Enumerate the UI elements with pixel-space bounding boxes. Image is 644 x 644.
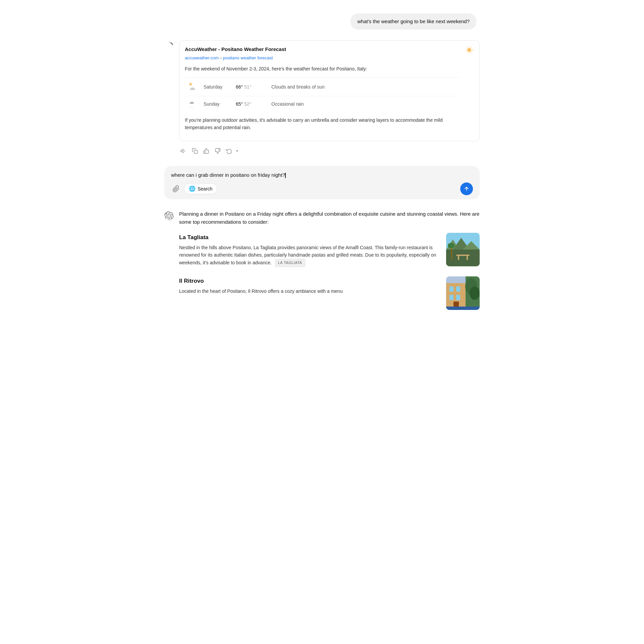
il-ritrovo-image (446, 276, 480, 310)
send-arrow-icon (464, 186, 470, 192)
dinner-intro: Planning a dinner in Positano on a Frida… (179, 210, 480, 226)
restaurant-card-la-tagliata: La Tagliata Nestled in the hills above P… (179, 233, 480, 267)
weather-intro: For the weekend of November 2-3, 2024, h… (185, 65, 461, 72)
weather-source-card: AccuWeather - Positano Weather Forecast … (179, 40, 480, 141)
assistant-dinner-message: Planning a dinner in Positano on a Frida… (161, 210, 483, 319)
action-buttons (179, 147, 480, 155)
il-ritrovo-scene (446, 276, 480, 310)
send-button[interactable] (460, 182, 473, 195)
sunday-desc: Occasional rain (271, 100, 304, 108)
sunday-weather-icon: ☁ ··· (185, 99, 198, 109)
assistant-avatar-2 (164, 211, 174, 221)
saturday-desc: Clouds and breaks of sun (271, 83, 325, 91)
dinner-content: Planning a dinner in Positano on a Frida… (179, 210, 480, 319)
svg-point-15 (448, 243, 454, 248)
input-left-actions: 🌐 Search (171, 183, 217, 194)
thumbs-down-icon (215, 148, 221, 154)
paperclip-icon (172, 185, 180, 193)
la-tagliata-info: La Tagliata Nestled in the hills above P… (179, 233, 439, 267)
svg-rect-21 (456, 295, 460, 300)
svg-rect-19 (456, 286, 460, 292)
sunday-temps: 65° 52° (236, 100, 266, 108)
il-ritrovo-info: Il Ritrovo Located in the heart of Posit… (179, 276, 439, 295)
thumbs-down-button[interactable] (213, 147, 222, 155)
regenerate-icon (226, 148, 232, 154)
url-arrow-icon: › (220, 55, 221, 62)
il-ritrovo-name: Il Ritrovo (179, 276, 439, 285)
input-box[interactable]: where can i grab dinner in positano on f… (164, 166, 480, 199)
speaker-icon (180, 148, 186, 154)
regenerate-button[interactable] (225, 147, 241, 155)
user-bubble-1: what's the weather going to be like next… (351, 13, 476, 30)
sunday-label: Sunday (204, 100, 230, 108)
chatgpt-logo-icon (164, 42, 174, 51)
weather-table: ☀ ☁ Saturday 66° 51° Clouds and breaks o… (185, 77, 461, 112)
la-tagliata-name: La Tagliata (179, 233, 439, 242)
user-text-1: what's the weather going to be like next… (357, 18, 470, 24)
restaurant-card-il-ritrovo: Il Ritrovo Located in the heart of Posit… (179, 276, 480, 310)
svg-rect-13 (467, 256, 468, 260)
globe-icon: 🌐 (189, 185, 196, 192)
source-title: AccuWeather - Positano Weather Forecast (185, 45, 461, 53)
svg-rect-20 (449, 295, 453, 300)
saturday-low: 51° (244, 84, 251, 90)
text-cursor (285, 173, 286, 178)
input-typed-text: where can i grab dinner in positano on f… (171, 172, 285, 178)
chatgpt-logo-icon-2 (164, 211, 174, 221)
svg-point-0 (467, 48, 471, 52)
sunday-high: 65° (236, 101, 243, 107)
sun-decoration-icon (465, 45, 474, 57)
la-tagliata-desc: Nestled in the hills above Positano, La … (179, 244, 439, 267)
source-url-path: positano weather forecast (223, 55, 273, 62)
svg-rect-11 (456, 255, 470, 256)
weather-content: AccuWeather - Positano Weather Forecast … (179, 40, 480, 155)
input-actions-bar: 🌐 Search (171, 182, 473, 195)
thumbs-up-button[interactable] (202, 147, 211, 155)
la-tagliata-image (446, 233, 480, 266)
saturday-label: Saturday (204, 83, 230, 91)
saturday-temps: 66° 51° (236, 83, 266, 91)
dropdown-arrow-icon (234, 148, 240, 154)
sun-spinner-icon (465, 45, 474, 55)
weather-row-saturday: ☀ ☁ Saturday 66° 51° Clouds and breaks o… (185, 77, 461, 96)
user-message-1: what's the weather going to be like next… (161, 13, 483, 30)
svg-rect-18 (449, 286, 453, 292)
il-ritrovo-desc: Located in the heart of Positano, Il Rit… (179, 287, 439, 295)
attach-button[interactable] (171, 184, 181, 194)
copy-icon (192, 148, 198, 154)
svg-rect-12 (458, 256, 459, 260)
speak-button[interactable] (179, 147, 188, 155)
svg-rect-26 (446, 307, 480, 310)
copy-button[interactable] (191, 147, 199, 155)
saturday-high: 66° (236, 84, 243, 90)
la-tagliata-scene (446, 233, 480, 266)
assistant-weather-message: AccuWeather - Positano Weather Forecast … (161, 40, 483, 155)
search-button[interactable]: 🌐 Search (184, 183, 217, 194)
source-url-base: accuweather.com (185, 55, 219, 62)
la-tagliata-tag: LA TAGLIATA (275, 259, 305, 267)
weather-row-sunday: ☁ ··· Sunday 65° 52° Occasional rain (185, 96, 461, 112)
sunday-low: 52° (244, 101, 251, 107)
svg-point-25 (470, 286, 480, 300)
svg-marker-3 (181, 149, 183, 153)
saturday-weather-icon: ☀ ☁ (185, 80, 198, 93)
input-text-display[interactable]: where can i grab dinner in positano on f… (171, 171, 473, 178)
svg-rect-4 (194, 150, 198, 154)
source-url[interactable]: accuweather.com › positano weather forec… (185, 55, 461, 62)
weather-advice: If you're planning outdoor activities, i… (185, 116, 461, 131)
search-label: Search (198, 186, 212, 192)
thumbs-up-icon (203, 148, 209, 154)
assistant-avatar (164, 42, 174, 51)
svg-rect-14 (451, 246, 452, 260)
